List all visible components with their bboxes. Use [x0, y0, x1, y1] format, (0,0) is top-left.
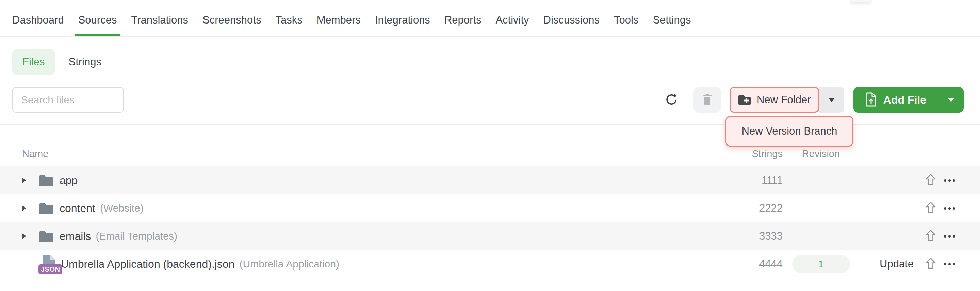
upload-icon[interactable] [925, 201, 937, 215]
expand-button[interactable] [22, 177, 34, 183]
file-name: content [60, 202, 95, 215]
table-row-umbrella-json[interactable]: JSON Umbrella Application (backend).json… [0, 250, 980, 278]
tab-reports[interactable]: Reports [444, 4, 482, 37]
caret-down-icon [828, 98, 835, 102]
header-name: Name [0, 148, 725, 160]
update-link[interactable]: Update [880, 258, 914, 270]
refresh-icon [665, 93, 678, 107]
tab-sources[interactable]: Sources [78, 4, 117, 37]
strings-count: 4444 [725, 258, 783, 270]
strings-count: 2222 [725, 202, 783, 214]
folder-plus-icon [738, 94, 751, 106]
new-folder-button[interactable]: New Folder [730, 87, 819, 113]
expand-button[interactable] [22, 205, 34, 211]
tab-settings[interactable]: Settings [653, 4, 691, 37]
table-row-emails[interactable]: emails (Email Templates) 3333 [0, 222, 980, 250]
new-folder-dropdown-button[interactable] [816, 87, 844, 113]
file-name: Umbrella Application (backend).json [61, 258, 234, 270]
tab-translations[interactable]: Translations [131, 4, 188, 37]
tab-discussions[interactable]: Discussions [543, 4, 600, 37]
toggle-strings[interactable]: Strings [68, 56, 101, 68]
row-menu-button[interactable] [944, 235, 955, 238]
expand-button[interactable] [22, 233, 34, 239]
refresh-button[interactable] [665, 93, 678, 107]
file-note: (Email Templates) [95, 230, 177, 242]
tab-dashboard[interactable]: Dashboard [12, 4, 64, 37]
folder-icon [38, 174, 54, 187]
header-strings: Strings [725, 148, 783, 160]
file-name: app [60, 174, 78, 187]
file-upload-icon [865, 92, 877, 108]
caret-down-icon [948, 98, 955, 102]
row-menu-button[interactable] [944, 179, 955, 182]
toolbar-actions: New Folder Add File [665, 87, 964, 113]
cutoff-element-top [850, 0, 872, 3]
toggle-files[interactable]: Files [12, 49, 55, 75]
strings-count: 1111 [725, 174, 783, 186]
header-revision: Revision [783, 148, 859, 160]
file-note: (Website) [100, 202, 143, 214]
caret-right-icon [22, 205, 26, 211]
tab-activity[interactable]: Activity [495, 4, 529, 37]
new-folder-label: New Folder [757, 94, 811, 106]
upload-icon[interactable] [925, 257, 937, 271]
search-input[interactable] [12, 87, 124, 113]
tab-integrations[interactable]: Integrations [375, 4, 430, 37]
tab-members[interactable]: Members [317, 4, 361, 37]
add-file-dropdown-button[interactable] [939, 87, 964, 113]
file-name: emails [60, 230, 91, 243]
folder-icon [38, 230, 54, 243]
tab-tasks[interactable]: Tasks [275, 4, 302, 37]
new-folder-split-button: New Folder [730, 87, 844, 113]
view-toggle: Files Strings [12, 49, 980, 75]
upload-icon[interactable] [925, 173, 937, 187]
json-file-icon: JSON [38, 254, 56, 274]
folder-icon [38, 202, 54, 215]
json-badge: JSON [38, 264, 62, 274]
row-menu-button[interactable] [944, 207, 955, 209]
upload-icon[interactable] [925, 229, 937, 243]
tab-screenshots[interactable]: Screenshots [202, 4, 261, 37]
tab-tools[interactable]: Tools [614, 4, 638, 37]
project-nav: Dashboard Sources Translations Screensho… [0, 0, 980, 37]
delete-button[interactable] [694, 87, 721, 113]
add-file-split-button: Add File [853, 87, 964, 113]
revision-badge: 1 [792, 255, 850, 273]
strings-count: 3333 [725, 230, 783, 242]
table-row-content[interactable]: content (Website) 2222 [0, 194, 980, 222]
caret-right-icon [22, 177, 26, 183]
row-menu-button[interactable] [944, 263, 955, 265]
caret-right-icon [22, 233, 26, 239]
add-file-label: Add File [883, 94, 926, 106]
file-note: (Umbrella Application) [239, 258, 339, 270]
table-row-app[interactable]: app 1111 [0, 166, 980, 194]
menu-item-new-version-branch[interactable]: New Version Branch [725, 116, 853, 147]
files-toolbar: New Folder Add File [0, 87, 980, 113]
trash-icon [702, 93, 713, 107]
add-file-button[interactable]: Add File [853, 87, 938, 113]
